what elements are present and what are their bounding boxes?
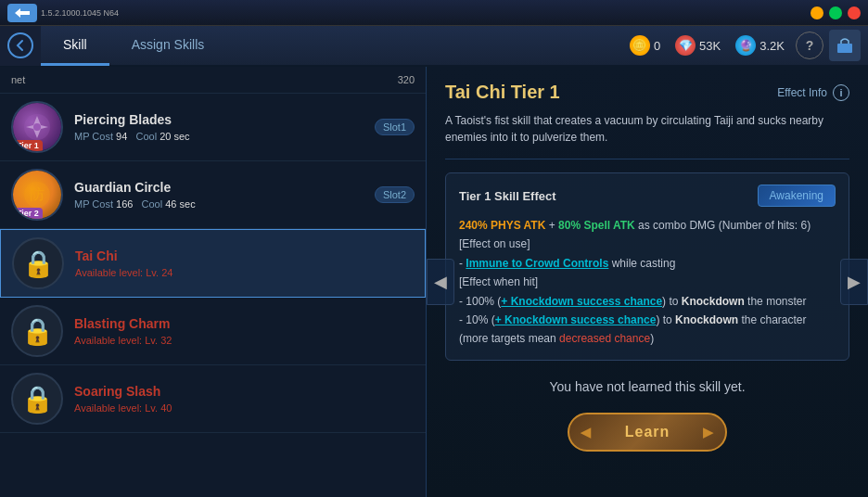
tai-chi-info: Tai Chi Available level: Lv. 24 [75, 248, 414, 278]
lock-icon: 🔒 [20, 382, 54, 415]
tai-chi-icon: 🔒 [12, 237, 64, 289]
currency-gem: 💎 53K [675, 35, 721, 56]
effect-text: 240% PHYS ATK + 80% Spell ATK as combo D… [459, 216, 836, 349]
help-button[interactable]: ? [796, 32, 823, 59]
svg-text:防: 防 [30, 186, 45, 202]
blasting-charm-icon: 🔒 [11, 305, 63, 357]
minimize-button[interactable] [811, 6, 823, 19]
crystal-icon: 🔮 [735, 35, 756, 56]
back-button[interactable] [0, 25, 41, 66]
slot-badge-2: Slot2 [375, 186, 415, 203]
lock-icon: 🔒 [20, 314, 54, 348]
soaring-slash-icon: 🔒 [11, 373, 63, 425]
skill-name: Soaring Slash [74, 384, 415, 399]
skill-stats: MP Cost 94 Cool 20 sec [74, 131, 375, 142]
skill-available: Available level: Lv. 40 [74, 402, 415, 414]
skill-list: net 320 Tier 1 Piercing Blades MP Cost 9… [0, 67, 427, 497]
currency-crystal: 🔮 3.2K [735, 35, 785, 56]
nav-bar: Skill Assign Skills 🪙 0 💎 53K 🔮 3.2K ? [0, 26, 868, 67]
skill-name: Tai Chi [75, 248, 414, 263]
back-icon [7, 32, 33, 58]
effect-title: Tier 1 Skill Effect [459, 189, 556, 203]
slot-badge-1: Slot1 [375, 119, 415, 135]
guardian-circle-icon: 防 Tier 2 [11, 169, 63, 221]
skill-stats: MP Cost 166 Cool 46 sec [74, 198, 375, 210]
tier-badge-2: Tier 2 [13, 208, 43, 219]
learn-button[interactable]: Learn [568, 413, 728, 452]
svg-rect-0 [837, 44, 852, 53]
skill-detail-panel: ◀ ▶ Tai Chi Tier 1 Effect Info i A Taois… [427, 67, 868, 497]
currency-gold: 🪙 0 [630, 35, 660, 56]
guardian-circle-info: Guardian Circle MP Cost 166 Cool 46 sec [74, 180, 375, 210]
skill-title-row: Tai Chi Tier 1 Effect Info i [445, 82, 849, 103]
skill-detail-title: Tai Chi Tier 1 [445, 82, 560, 103]
piercing-blades-icon: Tier 1 [11, 101, 63, 153]
prev-skill-hint: net 320 [0, 67, 426, 94]
piercing-blades-info: Piercing Blades MP Cost 94 Cool 20 sec [74, 112, 375, 142]
skill-item-guardian-circle[interactable]: 防 Tier 2 Guardian Circle MP Cost 166 Coo… [0, 161, 426, 229]
tab-skill[interactable]: Skill [41, 25, 109, 66]
soaring-slash-info: Soaring Slash Available level: Lv. 40 [74, 384, 415, 414]
gem-icon: 💎 [675, 35, 696, 56]
pack-button[interactable] [829, 30, 861, 61]
effect-header: Tier 1 Skill Effect Awakening [459, 185, 836, 207]
tier-badge-1: Tier 1 [13, 140, 43, 151]
learn-btn-wrap: Learn [445, 413, 849, 452]
skill-available: Available level: Lv. 24 [75, 267, 414, 278]
maximize-button[interactable] [829, 6, 842, 19]
window-controls [811, 6, 861, 19]
prev-skill-arrow[interactable]: ◀ [427, 259, 454, 305]
nav-tabs: Skill Assign Skills [41, 25, 630, 66]
skill-item-soaring-slash[interactable]: 🔒 Soaring Slash Available level: Lv. 40 [0, 365, 426, 433]
skill-item-blasting-charm[interactable]: 🔒 Blasting Charm Available level: Lv. 32 [0, 298, 426, 365]
skill-available: Available level: Lv. 32 [74, 335, 415, 346]
gold-icon: 🪙 [630, 35, 650, 56]
effect-info-button[interactable]: Effect Info i [777, 84, 849, 101]
app-logo [7, 4, 37, 22]
skill-name: Blasting Charm [74, 316, 415, 331]
skill-effect-box: Tier 1 Skill Effect Awakening 240% PHYS … [445, 172, 849, 361]
app-version: 1.5.2.1000.1045 N64 [41, 8, 119, 18]
tab-assign-skills[interactable]: Assign Skills [109, 25, 227, 66]
close-button[interactable] [848, 6, 861, 19]
skill-name: Piercing Blades [74, 112, 375, 127]
blasting-charm-info: Blasting Charm Available level: Lv. 32 [74, 316, 415, 346]
skill-description: A Taoist's fist skill that creates a vac… [445, 112, 849, 159]
not-learned-text: You have not learned this skill yet. [445, 379, 849, 394]
info-icon: i [833, 84, 849, 101]
main-layout: net 320 Tier 1 Piercing Blades MP Cost 9… [0, 67, 868, 497]
skill-item-tai-chi[interactable]: 🔒 Tai Chi Available level: Lv. 24 [0, 229, 426, 298]
currency-display: 🪙 0 💎 53K 🔮 3.2K [630, 35, 785, 56]
skill-item-piercing-blades[interactable]: Tier 1 Piercing Blades MP Cost 94 Cool 2… [0, 94, 426, 161]
awakening-button[interactable]: Awakening [758, 185, 836, 207]
top-bar: 1.5.2.1000.1045 N64 [0, 0, 868, 26]
skill-name: Guardian Circle [74, 180, 375, 195]
lock-icon: 🔒 [21, 247, 55, 280]
svg-point-2 [33, 123, 41, 131]
next-skill-arrow[interactable]: ▶ [840, 259, 868, 305]
